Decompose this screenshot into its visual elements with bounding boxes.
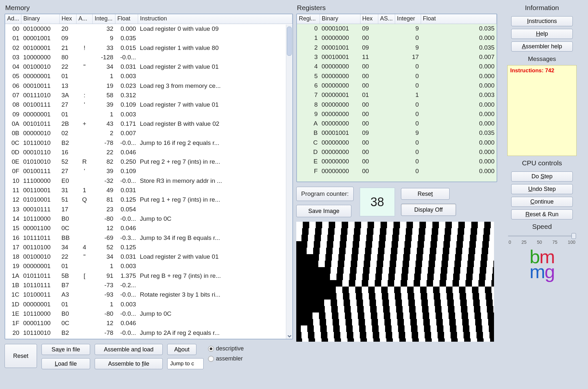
mem-col-int[interactable]: Integ... — [93, 14, 115, 24]
memory-row[interactable]: 1C10100011A3-93-0.0...Rotate register 3 … — [5, 290, 292, 299]
register-row[interactable]: A000000000000.000 — [297, 119, 497, 128]
memory-row[interactable]: 05000000010110.003 — [5, 71, 292, 81]
assembler-help-button[interactable]: Assembler help — [511, 41, 573, 52]
registers-table[interactable]: Regi... Binary Hex AS... Integer Float 0… — [296, 14, 497, 182]
svg-rect-110 — [370, 261, 377, 267]
register-row[interactable]: 2000010010990.035 — [297, 43, 497, 52]
memory-row[interactable]: 1B10110111B7-73-0.2... — [5, 280, 292, 290]
reg-col-int[interactable]: Integer — [395, 14, 421, 24]
svg-rect-22 — [335, 228, 341, 235]
register-row[interactable]: 0000010010990.035 — [297, 24, 497, 33]
assemble-and-load-button[interactable]: Assemble and load — [95, 344, 163, 355]
svg-rect-42 — [373, 235, 379, 241]
svg-rect-90 — [332, 254, 338, 261]
register-row[interactable]: 6000000000000.000 — [297, 81, 497, 90]
register-row[interactable]: B000010010990.035 — [297, 128, 497, 138]
continue-button[interactable]: Continue — [511, 197, 573, 207]
svg-rect-43 — [386, 235, 392, 241]
save-image-button[interactable]: Save Image — [296, 205, 351, 217]
save-in-file-button[interactable]: Save in file — [41, 344, 90, 355]
reg-col-asc[interactable]: AS... — [378, 14, 395, 24]
register-row[interactable]: 1000000000000.000 — [297, 33, 497, 43]
memory-row[interactable]: 1F000011000C120.046 — [5, 318, 292, 328]
register-row[interactable]: 4000000000000.000 — [297, 62, 497, 71]
reset-pc-button[interactable]: Reset — [401, 188, 450, 200]
memory-row[interactable]: 1D000000010110.003 — [5, 300, 292, 309]
svg-rect-126 — [357, 267, 363, 274]
memory-row[interactable]: 0D0001011016220.046 — [5, 147, 292, 157]
assemble-to-file-button[interactable]: Assemble to file — [95, 358, 163, 369]
mem-col-flt[interactable]: Float — [115, 14, 138, 24]
radio-assembler[interactable]: assembler — [208, 355, 244, 362]
do-step-button[interactable]: Do Step — [511, 171, 573, 182]
memory-row[interactable]: 01000010010990.035 — [5, 33, 292, 43]
memory-row[interactable]: 1700110100344520.125 — [5, 242, 292, 252]
svg-rect-125 — [344, 267, 350, 274]
undo-step-button[interactable]: Undo Step — [511, 184, 573, 194]
memory-row[interactable]: 07001110103A:580.312 — [5, 90, 292, 100]
memory-row[interactable]: 1610111011BB-69-0.3...Jump to 34 if reg … — [5, 233, 292, 242]
register-row[interactable]: 7000000010110.003 — [297, 90, 497, 100]
memory-row[interactable]: 130001011117230.054 — [5, 205, 292, 214]
memory-row[interactable]: 1100110001311490.031 — [5, 185, 292, 195]
memory-row[interactable]: 120101000151Q810.125Put reg 1 + reg 7 (i… — [5, 195, 292, 204]
svg-rect-197 — [375, 293, 382, 300]
memory-row[interactable]: 15000011000C120.046 — [5, 223, 292, 233]
register-row[interactable]: 9000000000000.000 — [297, 109, 497, 119]
help-button[interactable]: Help — [511, 29, 573, 39]
memory-row[interactable]: 09000000010110.003 — [5, 110, 292, 119]
memory-row[interactable]: 000010000020320.000Load register 0 with … — [5, 24, 292, 34]
memory-row[interactable]: 180010001022"340.031Load register 2 with… — [5, 252, 292, 261]
register-row[interactable]: F000000000000.000 — [297, 166, 497, 176]
memory-row[interactable]: 060001001113190.023Load reg 3 from memor… — [5, 81, 292, 90]
mem-col-bin[interactable]: Binary — [21, 14, 60, 24]
memory-row[interactable]: 0A001010112B+430.171Load register B with… — [5, 119, 292, 128]
about-button[interactable]: About — [167, 344, 196, 355]
register-row[interactable]: E000000000000.000 — [297, 157, 497, 166]
register-row[interactable]: 30001000111170.007 — [297, 52, 497, 62]
svg-rect-317 — [302, 338, 309, 342]
reg-col-flt[interactable]: Float — [421, 14, 496, 24]
register-row[interactable]: 8000000000000.000 — [297, 100, 497, 109]
svg-rect-24 — [360, 228, 367, 235]
memory-row[interactable]: 1E10110000B0-80-0.0...Jump to 0C — [5, 309, 292, 318]
svg-rect-4 — [322, 222, 329, 228]
reg-col-reg[interactable]: Regi... — [297, 14, 320, 24]
memory-row[interactable]: 0E0101001052R820.250Put reg 2 + reg 7 (i… — [5, 157, 292, 166]
display-off-button[interactable]: Display Off — [401, 204, 456, 216]
register-row[interactable]: 5000000000000.000 — [297, 71, 497, 81]
memory-row[interactable]: 1A010110115B[911.375Put reg B + reg 7 (i… — [5, 271, 292, 280]
mem-col-hex[interactable]: Hex — [60, 14, 76, 24]
svg-rect-318 — [315, 338, 322, 342]
scroll-down-icon[interactable] — [288, 334, 291, 338]
register-row[interactable]: C000000000000.000 — [297, 138, 497, 147]
memory-row[interactable]: 2010110010B2-78-0.0...Jump to 2A if reg … — [5, 328, 292, 337]
load-file-button[interactable]: Load file — [41, 358, 90, 369]
memory-table[interactable]: Ad... Binary Hex A... Integ... Float Ins… — [5, 14, 293, 339]
memory-row[interactable]: 0F0010011127'390.109 — [5, 166, 292, 176]
radio-descriptive[interactable]: descriptive — [208, 345, 244, 352]
mem-col-addr[interactable]: Ad... — [5, 14, 21, 24]
speed-slider[interactable] — [508, 232, 576, 240]
memory-scrollbar[interactable] — [286, 25, 292, 339]
memory-row[interactable]: 020010000121!330.015Load register 1 with… — [5, 43, 292, 53]
memory-row[interactable]: 19000000010110.003 — [5, 261, 292, 271]
mem-col-inst[interactable]: Instruction — [138, 14, 292, 24]
reg-col-bin[interactable]: Binary — [320, 14, 360, 24]
svg-rect-147 — [408, 274, 414, 280]
memory-row[interactable]: 040010001022"340.031Load register 2 with… — [5, 62, 292, 71]
svg-rect-25 — [373, 228, 380, 235]
instructions-button[interactable]: Instructions — [511, 16, 573, 26]
memory-row[interactable]: 031000000080-128-0.0... — [5, 53, 292, 62]
reset-and-run-button[interactable]: Reset & Run — [511, 209, 573, 219]
reset-memory-button[interactable]: Reset — [5, 344, 37, 368]
memory-row[interactable]: 0B000000100220.007 — [5, 128, 292, 138]
memory-row[interactable]: 0C10110010B2-78-0.0...Jump to 16 if reg … — [5, 138, 292, 147]
memory-row[interactable]: 080010011127'390.109Load register 7 with… — [5, 100, 292, 109]
memory-row[interactable]: 1410110000B0-80-0.0...Jump to 0C — [5, 214, 292, 223]
register-row[interactable]: D000000000000.000 — [297, 147, 497, 157]
jump-to-cell-input[interactable] — [167, 358, 204, 369]
reg-col-hex[interactable]: Hex — [360, 14, 378, 24]
memory-row[interactable]: 1011100000E0-32-0.0...Store R3 in memory… — [5, 176, 292, 185]
mem-col-asc[interactable]: A... — [76, 14, 93, 24]
